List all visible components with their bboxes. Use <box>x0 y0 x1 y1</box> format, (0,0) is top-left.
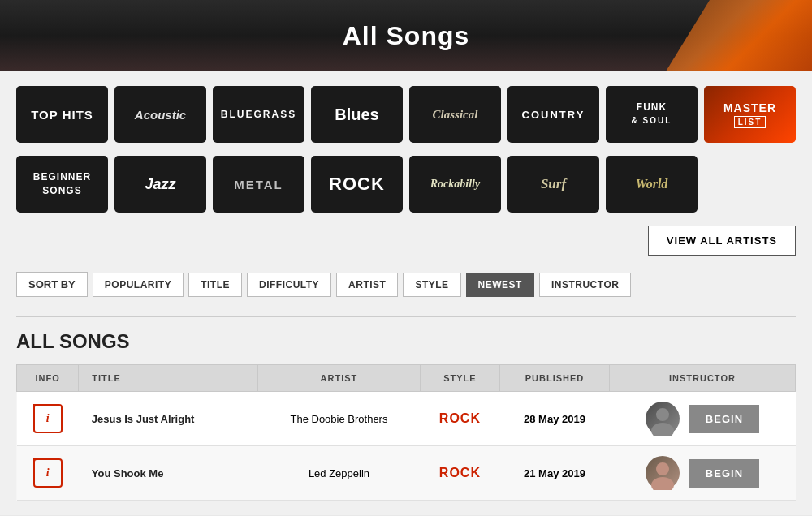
genre-btn-metal[interactable]: METAL <box>213 156 304 213</box>
genre-btn-rock[interactable]: ROCK <box>311 156 403 213</box>
sort-btn-popularity[interactable]: POPULARITY <box>93 273 184 297</box>
song-published: 21 May 2019 <box>500 446 610 501</box>
svg-point-0 <box>656 408 669 421</box>
song-style: ROCK <box>420 392 499 446</box>
song-published: 28 May 2019 <box>500 392 610 446</box>
song-style: ROCK <box>420 446 499 501</box>
sort-buttons: POPULARITYTITLEDIFFICULTYARTISTSTYLENEWE… <box>93 273 632 297</box>
header-guitar-decoration <box>666 0 812 71</box>
genre-grid-row2: BEGINNERSONGSJazzMETALROCKRockabillySurf… <box>16 156 796 213</box>
sort-btn-artist[interactable]: ARTIST <box>336 273 398 297</box>
song-artist: Led Zeppelin <box>258 446 420 501</box>
genre-empty-cell <box>704 156 796 213</box>
genre-btn-country[interactable]: COUNTRY <box>508 86 599 143</box>
songs-tbody: iJesus Is Just AlrightThe Doobie Brother… <box>17 392 796 501</box>
view-all-row: VIEW ALL ARTISTS <box>16 226 796 256</box>
song-instructor: BEGIN <box>609 446 795 501</box>
info-icon[interactable]: i <box>33 458 63 488</box>
genre-grid-row1: TOP HITSAcousticBLUEGRASSBluesClassicalC… <box>16 86 796 143</box>
song-title: You Shook Me <box>79 446 258 501</box>
genre-btn-classical[interactable]: Classical <box>409 86 501 143</box>
song-info-cell: i <box>17 392 79 446</box>
svg-point-1 <box>651 423 674 436</box>
sort-btn-title[interactable]: TITLE <box>188 273 242 297</box>
instructor-cell: BEGIN <box>615 402 788 436</box>
table-row: iJesus Is Just AlrightThe Doobie Brother… <box>17 392 796 446</box>
genre-btn-world[interactable]: World <box>606 156 698 213</box>
genre-btn-acoustic[interactable]: Acoustic <box>114 86 206 143</box>
info-icon[interactable]: i <box>33 404 63 433</box>
main-content: TOP HITSAcousticBLUEGRASSBluesClassicalC… <box>0 71 812 515</box>
sort-btn-style[interactable]: STYLE <box>403 273 460 297</box>
sort-btn-instructor[interactable]: INSTRUCTOR <box>539 273 631 297</box>
genre-btn-blues[interactable]: Blues <box>311 86 403 143</box>
genre-btn-master[interactable]: MASTERLIST <box>704 86 796 143</box>
col-instructor: INSTRUCTOR <box>609 365 795 392</box>
genre-btn-top-hits[interactable]: TOP HITS <box>16 86 108 143</box>
song-artist: The Doobie Brothers <box>258 392 420 446</box>
instructor-avatar <box>646 456 680 490</box>
table-row: iYou Shook MeLed ZeppelinROCK21 May 2019… <box>17 446 796 501</box>
genre-btn-jazz[interactable]: Jazz <box>114 156 206 213</box>
song-info-cell: i <box>17 446 79 501</box>
view-all-artists-button[interactable]: VIEW ALL ARTISTS <box>648 226 796 256</box>
style-badge: ROCK <box>439 411 481 425</box>
sort-row: SORT BY POPULARITYTITLEDIFFICULTYARTISTS… <box>16 272 796 297</box>
sort-btn-newest[interactable]: NEWEST <box>466 273 534 297</box>
svg-point-3 <box>651 477 674 490</box>
song-instructor: BEGIN <box>609 392 795 446</box>
col-artist: ARTIST <box>258 365 420 392</box>
divider <box>16 316 796 317</box>
page-title: All Songs <box>343 21 470 51</box>
col-title: TITLE <box>79 365 258 392</box>
sort-btn-difficulty[interactable]: DIFFICULTY <box>247 273 331 297</box>
table-header-row: INFO TITLE ARTIST STYLE PUBLISHED INSTRU… <box>17 365 796 392</box>
all-songs-heading: ALL SONGS <box>16 330 796 353</box>
col-info: INFO <box>17 365 79 392</box>
genre-btn-surf[interactable]: Surf <box>508 156 599 213</box>
col-published: PUBLISHED <box>500 365 610 392</box>
instructor-cell: BEGIN <box>615 456 788 490</box>
genre-btn-rockabilly[interactable]: Rockabilly <box>409 156 501 213</box>
genre-btn-funk[interactable]: FUNK& SOUL <box>606 86 698 143</box>
style-badge: ROCK <box>439 466 481 479</box>
song-title: Jesus Is Just Alright <box>79 392 258 446</box>
sort-by-label: SORT BY <box>16 272 88 297</box>
begin-button[interactable]: BEGIN <box>689 459 759 488</box>
genre-btn-beginner[interactable]: BEGINNERSONGS <box>16 156 108 213</box>
col-style: STYLE <box>420 365 499 392</box>
begin-button[interactable]: BEGIN <box>689 405 759 433</box>
instructor-avatar <box>646 402 680 436</box>
genre-btn-bluegrass[interactable]: BLUEGRASS <box>213 86 304 143</box>
songs-table: INFO TITLE ARTIST STYLE PUBLISHED INSTRU… <box>16 364 796 501</box>
svg-point-2 <box>656 462 669 475</box>
page-header: All Songs <box>0 0 812 71</box>
